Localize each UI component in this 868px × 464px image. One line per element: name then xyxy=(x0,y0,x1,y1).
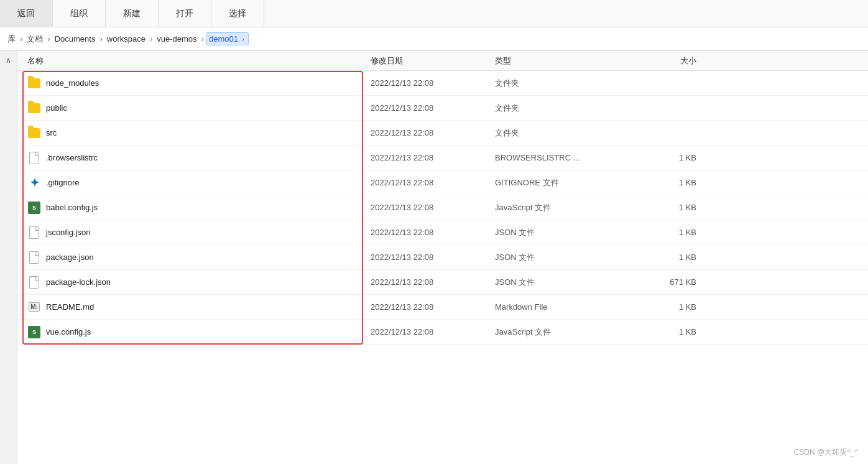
table-row[interactable]: S vue.config.js 2022/12/13 22:08 JavaScr… xyxy=(17,320,868,345)
file-date: 2022/12/13 22:08 xyxy=(371,253,495,262)
file-size: 1 KB xyxy=(632,178,706,187)
col-header-type: 类型 xyxy=(495,55,632,67)
toolbar-open[interactable]: 打开 xyxy=(159,0,211,27)
file-name: vue.config.js xyxy=(46,327,91,336)
file-type: 文件夹 xyxy=(495,78,632,89)
file-icon xyxy=(29,251,39,264)
table-row[interactable]: M↓ README.md 2022/12/13 22:08 Markdown F… xyxy=(17,295,868,320)
file-name: node_modules xyxy=(46,78,99,88)
main-area: ∧ 名称 修改日期 类型 大小 node_modules 2022/12/13 … xyxy=(0,51,868,464)
toolbar-organize[interactable]: 组织 xyxy=(53,0,106,27)
md-icon: M↓ xyxy=(29,302,39,312)
file-name-cell: S vue.config.js xyxy=(22,325,371,339)
file-type: JavaScript 文件 xyxy=(495,202,632,213)
file-name: README.md xyxy=(46,302,94,312)
folder-icon xyxy=(28,103,40,113)
file-type: 文件夹 xyxy=(495,128,632,139)
col-header-size: 大小 xyxy=(632,55,706,67)
breadcrumb-chevron: › xyxy=(242,35,244,43)
file-icon-wrapper xyxy=(27,101,41,115)
file-name: src xyxy=(46,128,57,137)
file-date: 2022/12/13 22:08 xyxy=(371,78,495,88)
table-row[interactable]: jsconfig.json 2022/12/13 22:08 JSON 文件 1… xyxy=(17,220,868,245)
column-headers: 名称 修改日期 类型 大小 xyxy=(17,51,868,71)
file-name-cell: package-lock.json xyxy=(22,276,371,289)
table-row[interactable]: ✦ .gitignore 2022/12/13 22:08 GITIGNORE … xyxy=(17,170,868,195)
table-row[interactable]: public 2022/12/13 22:08 文件夹 xyxy=(17,96,868,121)
file-name-cell: S babel.config.js xyxy=(22,201,371,215)
file-size: 1 KB xyxy=(632,302,706,312)
breadcrumb-docs[interactable]: 文档 xyxy=(24,32,45,46)
table-row[interactable]: package.json 2022/12/13 22:08 JSON 文件 1 … xyxy=(17,245,868,270)
js-icon: S xyxy=(28,202,40,214)
breadcrumb: 库 › 文档 › Documents › workspace › vue-dem… xyxy=(0,27,868,51)
file-date: 2022/12/13 22:08 xyxy=(371,103,495,113)
file-icon xyxy=(29,276,39,289)
folder-icon xyxy=(28,128,40,138)
file-type: JSON 文件 xyxy=(495,227,632,238)
breadcrumb-workspace[interactable]: workspace xyxy=(104,33,148,45)
breadcrumb-sep-1: › xyxy=(18,34,24,44)
file-type: Markdown File xyxy=(495,302,632,312)
file-name-cell: package.json xyxy=(22,251,371,264)
file-type: JavaScript 文件 xyxy=(495,327,632,338)
file-icon-wrapper xyxy=(27,77,41,90)
file-icon-wrapper xyxy=(27,126,41,140)
file-icon-wrapper: S xyxy=(27,201,41,215)
file-name: package.json xyxy=(46,253,94,262)
file-date: 2022/12/13 22:08 xyxy=(371,203,495,212)
file-icon-wrapper xyxy=(27,251,41,264)
file-name-cell: ✦ .gitignore xyxy=(22,176,371,190)
toolbar-back[interactable]: 返回 xyxy=(0,0,53,27)
file-name: jsconfig.json xyxy=(46,228,91,237)
file-name: .browserslistrc xyxy=(46,153,98,162)
file-icon-wrapper xyxy=(27,226,41,239)
file-size: 1 KB xyxy=(632,153,706,162)
file-type: 文件夹 xyxy=(495,103,632,114)
file-icon-wrapper xyxy=(27,151,41,165)
toolbar-new[interactable]: 新建 xyxy=(106,0,159,27)
file-name-cell: jsconfig.json xyxy=(22,226,371,239)
file-date: 2022/12/13 22:08 xyxy=(371,228,495,237)
breadcrumb-sep-2: › xyxy=(45,34,52,44)
file-list-area: 名称 修改日期 类型 大小 node_modules 2022/12/13 22… xyxy=(17,51,868,464)
breadcrumb-documents[interactable]: Documents xyxy=(52,33,98,45)
table-row[interactable]: S babel.config.js 2022/12/13 22:08 JavaS… xyxy=(17,195,868,220)
file-size: 1 KB xyxy=(632,327,706,336)
file-size: 1 KB xyxy=(632,228,706,237)
scroll-up[interactable]: ∧ xyxy=(3,53,14,67)
file-name: package-lock.json xyxy=(46,277,111,287)
file-size: 1 KB xyxy=(632,253,706,262)
breadcrumb-sep-3: › xyxy=(98,34,104,44)
file-icon-wrapper xyxy=(27,276,41,289)
table-row[interactable]: .browserslistrc 2022/12/13 22:08 BROWSER… xyxy=(17,146,868,170)
folder-icon xyxy=(28,78,40,88)
breadcrumb-current[interactable]: demo01 › xyxy=(206,32,249,45)
breadcrumb-lib[interactable]: 库 xyxy=(5,32,18,46)
file-icon-wrapper: ✦ xyxy=(27,176,41,190)
toolbar-select[interactable]: 选择 xyxy=(211,0,264,27)
breadcrumb-vue-demos[interactable]: vue-demos xyxy=(154,33,199,45)
file-type: JSON 文件 xyxy=(495,277,632,288)
file-date: 2022/12/13 22:08 xyxy=(371,302,495,312)
scroll-column: ∧ xyxy=(0,51,17,464)
file-name-cell: .browserslistrc xyxy=(22,151,371,165)
table-row[interactable]: node_modules 2022/12/13 22:08 文件夹 xyxy=(17,71,868,96)
file-size: 1 KB xyxy=(632,203,706,212)
breadcrumb-sep-4: › xyxy=(148,34,154,44)
file-icon-wrapper: M↓ xyxy=(27,300,41,314)
file-name-cell: node_modules xyxy=(22,77,371,90)
col-header-date: 修改日期 xyxy=(371,55,495,67)
file-type: GITIGNORE 文件 xyxy=(495,177,632,188)
table-row[interactable]: package-lock.json 2022/12/13 22:08 JSON … xyxy=(17,270,868,295)
file-type: JSON 文件 xyxy=(495,252,632,263)
col-header-name: 名称 xyxy=(22,55,371,67)
toolbar: 返回 组织 新建 打开 选择 xyxy=(0,0,868,27)
file-type: BROWSERSLISTRC ... xyxy=(495,153,632,162)
file-date: 2022/12/13 22:08 xyxy=(371,277,495,287)
git-icon: ✦ xyxy=(30,176,39,190)
file-icon-wrapper: S xyxy=(27,325,41,339)
file-date: 2022/12/13 22:08 xyxy=(371,128,495,137)
table-row[interactable]: src 2022/12/13 22:08 文件夹 xyxy=(17,121,868,146)
file-name-cell: src xyxy=(22,126,371,140)
